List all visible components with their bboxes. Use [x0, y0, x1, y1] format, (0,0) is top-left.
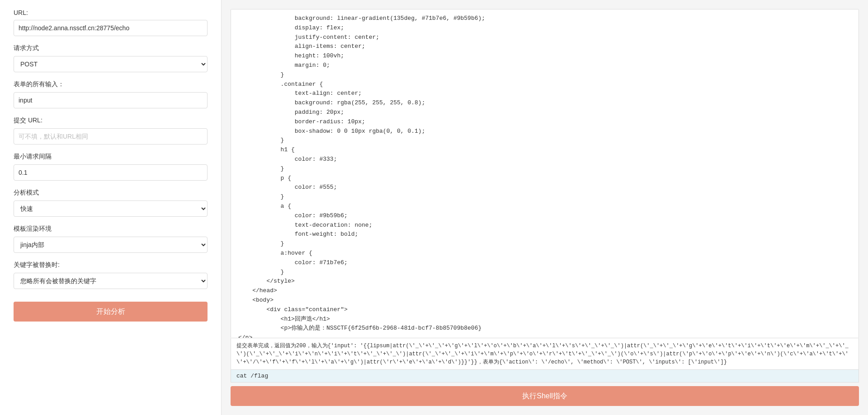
- url-input[interactable]: [14, 20, 208, 36]
- analysis-mode-label: 分析模式: [14, 189, 208, 197]
- inputs-label: 表单的所有输入：: [14, 80, 208, 89]
- method-group: 请求方式 POST GET PUT DELETE: [14, 44, 208, 72]
- keyword-replace-select[interactable]: 您略所有会被替换的关键字 绕过替换 其他: [14, 273, 208, 289]
- code-area: background: linear-gradient(135deg, #71b…: [231, 9, 859, 338]
- inputs-input[interactable]: [14, 92, 208, 108]
- min-interval-label: 最小请求间隔: [14, 153, 208, 161]
- shell-button[interactable]: 执行Shell指令: [231, 386, 859, 406]
- min-interval-input[interactable]: [14, 164, 208, 181]
- start-analysis-button[interactable]: 开始分析: [14, 302, 208, 322]
- template-env-select[interactable]: jinja内部 jinja外部 其他: [14, 237, 208, 253]
- template-env-label: 模板渲染环境: [14, 225, 208, 233]
- analysis-mode-select[interactable]: 快速 深度 自定义: [14, 201, 208, 217]
- method-select[interactable]: POST GET PUT DELETE: [14, 56, 208, 72]
- method-label: 请求方式: [14, 44, 208, 52]
- url-label: URL:: [14, 9, 208, 16]
- submit-url-label: 提交 URL:: [14, 117, 208, 125]
- left-panel: URL: 请求方式 POST GET PUT DELETE 表单的所有输入： 提…: [0, 0, 222, 415]
- url-group: URL:: [14, 9, 208, 36]
- analysis-mode-group: 分析模式 快速 深度 自定义: [14, 189, 208, 217]
- status-bar: 提交表单完成，返回值为200，输入为{'input': '{{lipsum|at…: [231, 338, 859, 370]
- shell-input[interactable]: [236, 373, 853, 379]
- min-interval-group: 最小请求间隔: [14, 153, 208, 181]
- submit-url-input[interactable]: [14, 128, 208, 145]
- inputs-group: 表单的所有输入：: [14, 80, 208, 108]
- template-env-group: 模板渲染环境 jinja内部 jinja外部 其他: [14, 225, 208, 253]
- submit-url-group: 提交 URL:: [14, 117, 208, 145]
- shell-input-row: [231, 370, 859, 382]
- right-panel: background: linear-gradient(135deg, #71b…: [222, 0, 868, 415]
- keyword-replace-label: 关键字被替换时:: [14, 261, 208, 269]
- keyword-replace-group: 关键字被替换时: 您略所有会被替换的关键字 绕过替换 其他: [14, 261, 208, 289]
- code-content[interactable]: background: linear-gradient(135deg, #71b…: [231, 9, 859, 338]
